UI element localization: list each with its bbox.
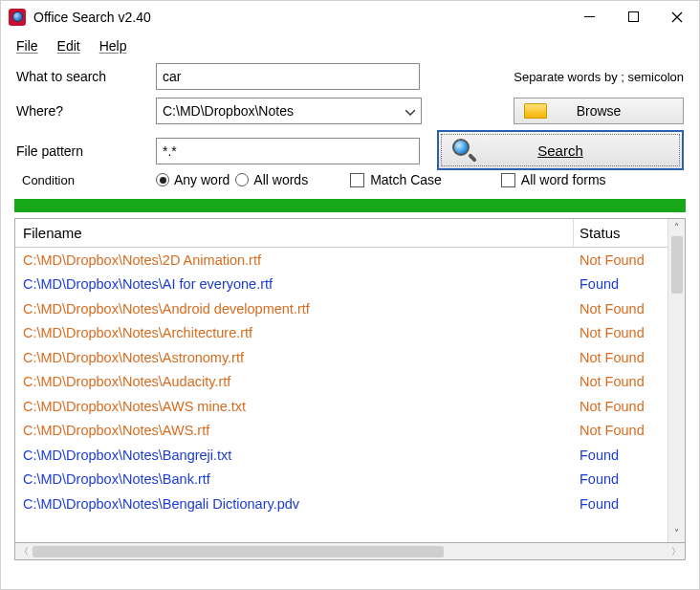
- result-row[interactable]: C:\MD\Dropbox\Notes\Android development.…: [15, 296, 667, 321]
- result-row[interactable]: C:\MD\Dropbox\Notes\Audacity.rtfNot Foun…: [15, 370, 667, 395]
- radio-dot: [235, 173, 249, 186]
- menu-file[interactable]: File: [16, 38, 38, 54]
- search-label: Search: [537, 142, 583, 159]
- result-filename: C:\MD\Dropbox\Notes\Audacity.rtf: [15, 374, 574, 389]
- result-status: Not Found: [574, 325, 667, 340]
- browse-button[interactable]: Browse: [514, 98, 684, 124]
- close-button[interactable]: [655, 1, 699, 33]
- matchcase-checkbox[interactable]: Match Case: [350, 172, 442, 187]
- matchcase-label: Match Case: [370, 172, 442, 187]
- result-row[interactable]: C:\MD\Dropbox\Notes\AWS.rtfNot Found: [15, 419, 667, 444]
- horizontal-scrollbar[interactable]: 〈 〉: [14, 543, 686, 560]
- search-button[interactable]: Search: [437, 130, 684, 170]
- browse-label: Browse: [577, 103, 622, 119]
- scroll-thumb-h[interactable]: [33, 546, 444, 557]
- condition-label: Condition: [16, 173, 148, 187]
- col-filename-header[interactable]: Filename: [15, 219, 574, 247]
- result-status: Found: [574, 496, 667, 512]
- scroll-up-icon[interactable]: ˄: [674, 221, 679, 234]
- scroll-left-icon[interactable]: 〈: [17, 545, 31, 558]
- titlebar: Office Search v2.40: [1, 1, 699, 33]
- pattern-input[interactable]: [156, 138, 420, 164]
- allwords-radio[interactable]: All words: [235, 172, 308, 187]
- result-filename: C:\MD\Dropbox\Notes\Bank.rtf: [15, 471, 574, 487]
- minimize-button[interactable]: [567, 1, 611, 33]
- what-label: What to search: [16, 69, 148, 84]
- window-title: Office Search v2.40: [33, 10, 151, 25]
- result-row[interactable]: C:\MD\Dropbox\Notes\AWS mine.txtNot Foun…: [15, 394, 667, 419]
- pattern-label: File pattern: [16, 143, 148, 159]
- result-row[interactable]: C:\MD\Dropbox\Notes\Bank.rtfFound: [15, 468, 667, 492]
- scroll-thumb[interactable]: [671, 236, 683, 294]
- result-status: Found: [574, 276, 667, 292]
- menu-help[interactable]: Help: [99, 38, 127, 54]
- result-row[interactable]: C:\MD\Dropbox\Notes\Astronomy.rtfNot Fou…: [15, 345, 667, 370]
- result-row[interactable]: C:\MD\Dropbox\Notes\AI for everyone.rtfF…: [15, 273, 667, 297]
- result-row[interactable]: C:\MD\Dropbox\Notes\Architecture.rtfNot …: [15, 321, 667, 346]
- result-filename: C:\MD\Dropbox\Notes\2D Animation.rtf: [15, 252, 574, 268]
- menubar: File Edit Help: [1, 33, 699, 59]
- result-filename: C:\MD\Dropbox\Notes\AI for everyone.rtf: [15, 276, 574, 292]
- result-status: Not Found: [574, 252, 667, 268]
- result-status: Found: [574, 448, 667, 463]
- wordforms-checkbox[interactable]: All word forms: [501, 172, 606, 187]
- result-status: Not Found: [574, 399, 667, 414]
- result-filename: C:\MD\Dropbox\Notes\Bangreji.txt: [15, 448, 574, 463]
- radio-dot-on: [156, 173, 169, 186]
- results-body[interactable]: C:\MD\Dropbox\Notes\2D Animation.rtfNot …: [15, 248, 667, 542]
- where-value: C:\MD\Dropbox\Notes: [163, 103, 294, 119]
- maximize-button[interactable]: [611, 1, 655, 33]
- result-filename: C:\MD\Dropbox\Notes\Architecture.rtf: [15, 325, 574, 340]
- result-status: Not Found: [574, 423, 667, 438]
- result-row[interactable]: C:\MD\Dropbox\Notes\2D Animation.rtfNot …: [15, 248, 667, 273]
- result-filename: C:\MD\Dropbox\Notes\AWS mine.txt: [15, 399, 574, 414]
- results-header: Filename Status: [15, 219, 667, 248]
- wordforms-label: All word forms: [521, 172, 606, 187]
- svg-rect-1: [628, 12, 638, 22]
- vertical-scrollbar[interactable]: ˄ ˅: [667, 219, 685, 542]
- anyword-label: Any word: [174, 172, 230, 187]
- results-list: Filename Status C:\MD\Dropbox\Notes\2D A…: [14, 218, 686, 543]
- result-row[interactable]: C:\MD\Dropbox\Notes\Bangreji.txtFound: [15, 443, 667, 468]
- progress-bar: [14, 199, 686, 212]
- menu-edit[interactable]: Edit: [57, 38, 80, 54]
- where-combobox[interactable]: C:\MD\Dropbox\Notes: [156, 98, 422, 124]
- folder-icon: [524, 103, 547, 119]
- chevron-down-icon: [405, 103, 415, 119]
- separator-hint: Separate words by ; semicolon: [514, 70, 684, 84]
- scroll-down-icon[interactable]: ˅: [674, 527, 679, 540]
- result-filename: C:\MD\Dropbox\Notes\Bengali Dictionary.p…: [15, 496, 574, 512]
- search-form: What to search Separate words by ; semic…: [1, 59, 699, 191]
- anyword-radio[interactable]: Any word: [156, 172, 230, 187]
- col-status-header[interactable]: Status: [574, 219, 667, 247]
- search-icon: [452, 139, 477, 164]
- app-icon: [9, 9, 26, 26]
- result-filename: C:\MD\Dropbox\Notes\AWS.rtf: [15, 423, 574, 438]
- result-filename: C:\MD\Dropbox\Notes\Astronomy.rtf: [15, 350, 574, 365]
- result-filename: C:\MD\Dropbox\Notes\Android development.…: [15, 301, 574, 317]
- where-label: Where?: [16, 103, 148, 119]
- scroll-right-icon[interactable]: 〉: [669, 545, 683, 558]
- checkbox-box: [350, 173, 364, 187]
- result-status: Not Found: [574, 374, 667, 389]
- result-status: Found: [574, 471, 667, 487]
- checkbox-box: [501, 173, 515, 187]
- what-input[interactable]: [156, 63, 420, 90]
- allwords-label: All words: [253, 172, 308, 187]
- result-row[interactable]: C:\MD\Dropbox\Notes\Bengali Dictionary.p…: [15, 492, 667, 516]
- result-status: Not Found: [574, 350, 667, 365]
- result-status: Not Found: [574, 301, 667, 317]
